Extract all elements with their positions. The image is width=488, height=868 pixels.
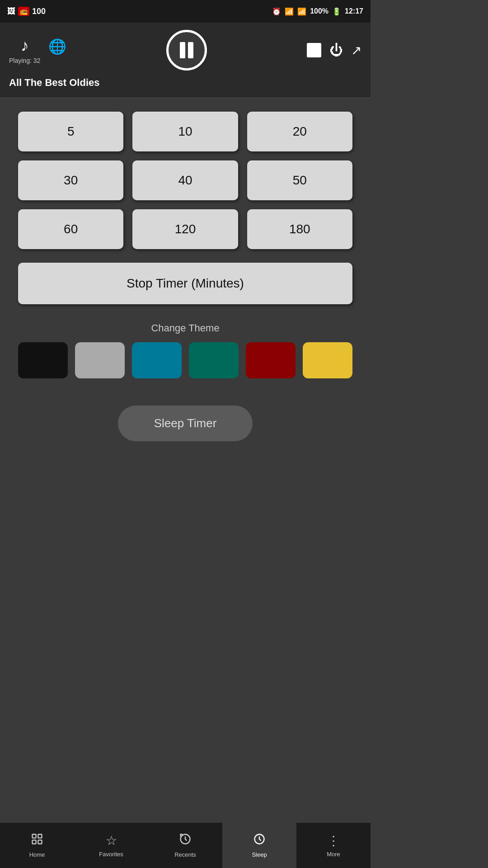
sleep-timer-button[interactable]: Sleep Timer (118, 406, 253, 441)
svg-rect-2 (38, 835, 42, 838)
theme-swatch-black[interactable] (18, 342, 68, 378)
power-button[interactable]: ⏻ (329, 42, 343, 58)
share-button[interactable]: ↗ (351, 43, 361, 58)
timer-grid: 5 10 20 30 40 50 60 120 180 (18, 112, 352, 249)
stop-timer-button[interactable]: Stop Timer (Minutes) (18, 263, 352, 304)
header-left: ♪ Playing: 32 (9, 36, 40, 64)
header-center (166, 30, 207, 71)
svg-rect-0 (33, 835, 36, 838)
main-content: 5 10 20 30 40 50 60 120 180 Stop Timer (… (0, 98, 371, 455)
pause-symbol (180, 42, 193, 58)
home-icon (31, 833, 43, 849)
theme-swatch-red[interactable] (246, 342, 296, 378)
timer-btn-60[interactable]: 60 (18, 209, 123, 249)
status-bar: 🖼 📻 100 ⏰ 📶 📶 100% 🔋 12:17 (0, 0, 371, 23)
nav-sleep[interactable]: Sleep (222, 823, 296, 868)
sleep-icon (253, 833, 266, 849)
timer-btn-10[interactable]: 10 (132, 112, 238, 151)
nav-sleep-label: Sleep (252, 851, 267, 858)
music-icon: ♪ (21, 36, 29, 55)
theme-swatch-gray[interactable] (75, 342, 125, 378)
pause-button[interactable] (166, 30, 207, 71)
timer-btn-40[interactable]: 40 (132, 160, 238, 200)
theme-swatch-teal[interactable] (132, 342, 182, 378)
timer-btn-20[interactable]: 20 (247, 112, 352, 151)
sleep-timer-container: Sleep Timer (18, 406, 352, 441)
timer-btn-120[interactable]: 120 (132, 209, 238, 249)
status-left: 🖼 📻 100 (7, 7, 46, 16)
recents-icon (179, 833, 192, 849)
signal-icon: 📶 (297, 7, 306, 16)
timer-btn-30[interactable]: 30 (18, 160, 123, 200)
status-right: ⏰ 📶 📶 100% 🔋 12:17 (272, 7, 363, 16)
clock: 12:17 (345, 7, 363, 15)
more-icon: ⋮ (327, 833, 340, 848)
battery-text: 100 (32, 7, 46, 16)
nav-favorites-label: Favorites (99, 851, 123, 858)
globe-icon[interactable]: 🌐 (48, 38, 66, 55)
nav-home-label: Home (29, 851, 45, 858)
header: ♪ Playing: 32 🌐 ⏻ ↗ All The Best Oldies (0, 23, 371, 98)
photo-icon: 🖼 (7, 7, 15, 16)
header-controls: ♪ Playing: 32 🌐 ⏻ ↗ (9, 30, 361, 71)
battery-icon: 🔋 (332, 7, 341, 16)
theme-swatch-green[interactable] (189, 342, 239, 378)
playing-text: Playing: 32 (9, 57, 40, 64)
change-theme-label: Change Theme (18, 322, 352, 334)
timer-btn-50[interactable]: 50 (247, 160, 352, 200)
pause-bar-right (188, 42, 193, 58)
station-name: All The Best Oldies (9, 77, 361, 89)
stop-button[interactable] (307, 43, 321, 57)
timer-btn-180[interactable]: 180 (247, 209, 352, 249)
battery-percent: 100% (310, 7, 328, 15)
radio-icon: 📻 (18, 7, 29, 16)
wifi-icon: 📶 (285, 7, 294, 16)
svg-rect-3 (38, 840, 42, 844)
nav-home[interactable]: Home (0, 823, 74, 868)
bottom-nav: Home ☆ Favorites Recents Sleep ⋮ More (0, 823, 371, 868)
nav-recents-label: Recents (174, 851, 196, 858)
theme-colors (18, 342, 352, 378)
favorites-icon: ☆ (106, 833, 117, 848)
nav-favorites[interactable]: ☆ Favorites (74, 823, 148, 868)
theme-swatch-yellow[interactable] (303, 342, 352, 378)
pause-bar-left (180, 42, 185, 58)
svg-rect-1 (33, 840, 36, 844)
header-right: ⏻ ↗ (307, 42, 361, 58)
timer-btn-5[interactable]: 5 (18, 112, 123, 151)
nav-more-label: More (327, 851, 340, 858)
nav-recents[interactable]: Recents (148, 823, 222, 868)
alarm-icon: ⏰ (272, 7, 281, 16)
nav-more[interactable]: ⋮ More (296, 823, 371, 868)
